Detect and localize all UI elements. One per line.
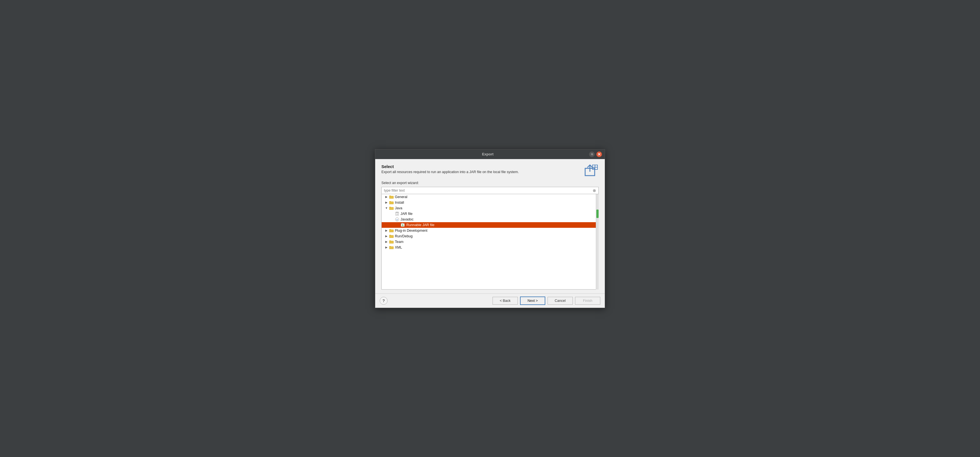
folder-icon-xml (389, 246, 394, 249)
dialog-content: Select Export all resources required to … (375, 159, 605, 294)
label-xml: XML (395, 246, 402, 249)
tree-item-run-debug[interactable]: ▶ Run/Debug (382, 233, 598, 239)
label-plugin-dev: Plug-in Development (395, 228, 427, 233)
label-java: Java (395, 206, 402, 210)
toggle-java[interactable]: ▼ (384, 206, 389, 209)
scrollbar-track[interactable] (596, 194, 598, 289)
filter-input[interactable] (382, 187, 598, 194)
next-button[interactable]: Next > (520, 297, 545, 305)
restore-button[interactable]: ⧉ (589, 151, 595, 157)
window-title: Export (387, 152, 589, 156)
label-runnable-jar: Runnable JAR file (406, 223, 434, 227)
bottom-left: ? (380, 297, 388, 305)
tree-item-install[interactable]: ▶ Install (382, 200, 598, 205)
svg-rect-20 (402, 223, 403, 224)
wizard-label: Select an export wizard: (382, 181, 598, 185)
label-team: Team (395, 240, 404, 244)
label-run-debug: Run/Debug (395, 234, 412, 238)
tree-item-general[interactable]: ▶ General (382, 194, 598, 200)
export-dialog: Export ⧉ ✕ Select Export all resources r… (375, 149, 605, 308)
export-tree[interactable]: ▶ General ▶ (382, 194, 598, 289)
bottom-bar: ? < Back Next > Cancel Finish (375, 294, 605, 308)
dialog-buttons: < Back Next > Cancel Finish (493, 297, 600, 305)
label-javadoc: Javadoc (401, 217, 414, 221)
dialog-description: Export all resources required to run an … (382, 170, 519, 174)
header-text: Select Export all resources required to … (382, 164, 519, 174)
toggle-run-debug[interactable]: ▶ (384, 235, 389, 238)
filter-wrapper: ⊗ (382, 187, 598, 194)
scrollbar-thumb (597, 209, 598, 218)
javadoc-icon: @ (395, 217, 399, 221)
toggle-general[interactable]: ▶ (384, 195, 389, 198)
filter-clear-button[interactable]: ⊗ (592, 188, 597, 193)
tree-item-jar-file[interactable]: JAR JAR file (382, 211, 598, 217)
titlebar-controls: ⧉ ✕ (589, 151, 602, 157)
folder-icon-team (389, 240, 394, 244)
export-icon (584, 164, 598, 176)
export-icon-svg (585, 164, 598, 176)
label-jar-file: JAR file (401, 212, 412, 216)
dialog-header: Select Export all resources required to … (382, 164, 598, 176)
cancel-button[interactable]: Cancel (547, 297, 573, 305)
toggle-team[interactable]: ▶ (384, 240, 389, 243)
tree-item-plugin-dev[interactable]: ▶ Plug-in Development (382, 228, 598, 233)
toggle-plugin-dev[interactable]: ▶ (384, 229, 389, 232)
label-install: Install (395, 201, 404, 205)
folder-icon-run-debug (389, 234, 394, 238)
label-general: General (395, 195, 407, 199)
svg-text:@: @ (396, 218, 398, 220)
toggle-xml[interactable]: ▶ (384, 246, 389, 249)
dialog-title: Select (382, 164, 519, 169)
titlebar: Export ⧉ ✕ (375, 149, 605, 159)
tree-item-runnable-jar[interactable]: Runnable JAR file (382, 222, 598, 228)
folder-icon-install (389, 201, 394, 205)
tree-item-team[interactable]: ▶ Team (382, 239, 598, 244)
folder-icon-plugin-dev (389, 228, 394, 233)
jar-icon: JAR (395, 212, 399, 216)
folder-icon-java (389, 206, 394, 210)
toggle-install[interactable]: ▶ (384, 201, 389, 204)
tree-item-xml[interactable]: ▶ XML (382, 244, 598, 250)
help-button[interactable]: ? (380, 297, 388, 305)
back-button[interactable]: < Back (493, 297, 518, 305)
tree-item-java[interactable]: ▼ Java (382, 205, 598, 211)
runnable-jar-icon (400, 223, 405, 227)
svg-rect-15 (396, 212, 398, 213)
finish-button[interactable]: Finish (575, 297, 600, 305)
folder-icon-general (389, 195, 394, 199)
svg-text:JAR: JAR (396, 214, 398, 214)
close-button[interactable]: ✕ (597, 151, 602, 157)
tree-item-javadoc[interactable]: @ Javadoc (382, 217, 598, 222)
